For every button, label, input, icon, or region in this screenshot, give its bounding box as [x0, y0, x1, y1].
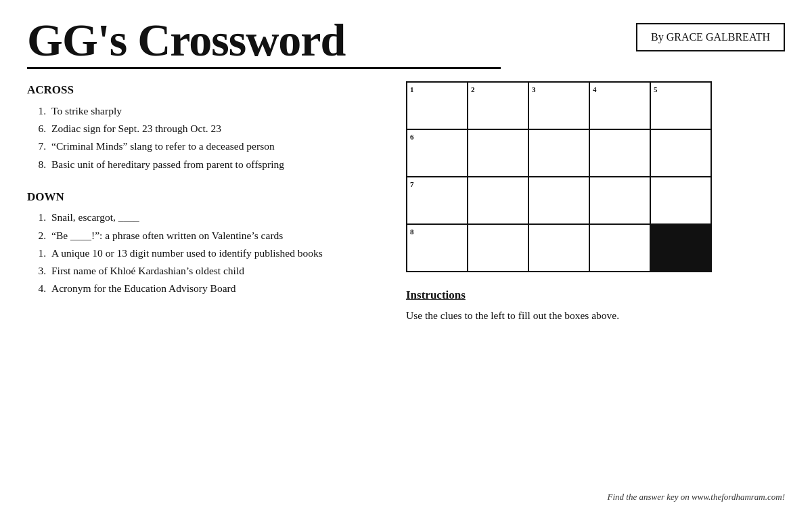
clue-num: 4. [27, 280, 46, 296]
title-underline [27, 67, 501, 69]
cell-number: 7 [410, 180, 414, 188]
cell-number: 3 [532, 85, 536, 93]
grid-cell[interactable] [468, 224, 528, 272]
clue-text: First name of Khloé Kardashian’s oldest … [51, 263, 379, 278]
grid-cell[interactable] [589, 177, 650, 224]
clues-panel: ACROSS 1.To strike sharply6.Zodiac sign … [27, 81, 379, 323]
grid-cell[interactable]: 6 [407, 129, 468, 177]
clue-text: Zodiac sign for Sept. 23 through Oct. 23 [51, 121, 379, 136]
grid-cell[interactable]: 5 [650, 82, 711, 129]
down-clues: 1.Snail, escargot, ____2.“Be ____!”: a p… [27, 209, 379, 296]
instructions-title: Instructions [406, 289, 785, 302]
main-content: ACROSS 1.To strike sharply6.Zodiac sign … [27, 81, 785, 323]
clue-num: 7. [27, 138, 46, 154]
clue-text: Basic unit of hereditary passed from par… [51, 156, 379, 172]
clue-item: 1.Snail, escargot, ____ [27, 209, 379, 225]
clue-text: Acronym for the Education Advisory Board [51, 280, 379, 296]
cell-number: 2 [471, 85, 475, 93]
cell-number: 1 [410, 85, 414, 93]
grid-cell[interactable]: 2 [468, 82, 528, 129]
page: GG's Crossword By GRACE GALBREATH ACROSS… [0, 0, 812, 512]
right-panel: 12345678 Instructions Use the clues to t… [406, 81, 785, 323]
footer-text: Find the answer key on www.thefordhamram… [608, 492, 786, 503]
clue-num: 2. [27, 228, 46, 243]
cell-number: 8 [410, 228, 414, 236]
down-label: DOWN [27, 188, 379, 206]
clue-text: To strike sharply [51, 103, 379, 119]
clue-text: “Criminal Minds” slang to refer to a dec… [51, 138, 379, 154]
clue-item: 4.Acronym for the Education Advisory Boa… [27, 280, 379, 296]
across-label: ACROSS [27, 81, 379, 99]
clue-item: 1.A unique 10 or 13 digit number used to… [27, 245, 379, 261]
grid-cell[interactable] [528, 224, 589, 272]
cell-number: 6 [410, 133, 414, 141]
instructions-text: Use the clues to the left to fill out th… [406, 307, 785, 323]
clue-num: 1. [27, 103, 46, 119]
cell-number: 4 [593, 85, 597, 93]
clue-item: 8.Basic unit of hereditary passed from p… [27, 156, 379, 172]
crossword-grid: 12345678 [406, 81, 712, 272]
title-block: GG's Crossword [27, 16, 501, 69]
grid-cell[interactable] [468, 177, 528, 224]
main-title: GG's Crossword [27, 16, 501, 64]
clue-num: 1. [27, 245, 46, 261]
clue-text: A unique 10 or 13 digit number used to i… [51, 245, 379, 261]
grid-cell[interactable] [468, 129, 528, 177]
clue-num: 8. [27, 156, 46, 172]
clue-num: 3. [27, 263, 46, 278]
clue-item: 3.First name of Khloé Kardashian’s oldes… [27, 263, 379, 278]
clue-num: 6. [27, 121, 46, 136]
clue-text: “Be ____!”: a phrase often written on Va… [51, 228, 379, 243]
grid-cell[interactable] [528, 129, 589, 177]
clue-item: 6.Zodiac sign for Sept. 23 through Oct. … [27, 121, 379, 136]
grid-cell[interactable]: 8 [407, 224, 468, 272]
grid-cell[interactable]: 1 [407, 82, 468, 129]
grid-cell[interactable] [650, 177, 711, 224]
clue-item: 2.“Be ____!”: a phrase often written on … [27, 228, 379, 243]
grid-cell[interactable] [650, 224, 711, 272]
grid-cell[interactable] [589, 129, 650, 177]
across-clues: 1.To strike sharply6.Zodiac sign for Sep… [27, 103, 379, 172]
clue-text: Snail, escargot, ____ [51, 209, 379, 225]
grid-cell[interactable] [650, 129, 711, 177]
grid-cell[interactable] [528, 177, 589, 224]
grid-cell[interactable] [589, 224, 650, 272]
clue-item: 1.To strike sharply [27, 103, 379, 119]
cell-number: 5 [654, 85, 658, 93]
header: GG's Crossword By GRACE GALBREATH [27, 16, 785, 69]
clue-item: 7.“Criminal Minds” slang to refer to a d… [27, 138, 379, 154]
byline-box: By GRACE GALBREATH [636, 23, 785, 51]
grid-cell[interactable]: 4 [589, 82, 650, 129]
grid-cell[interactable]: 3 [528, 82, 589, 129]
grid-cell[interactable]: 7 [407, 177, 468, 224]
clue-num: 1. [27, 209, 46, 225]
